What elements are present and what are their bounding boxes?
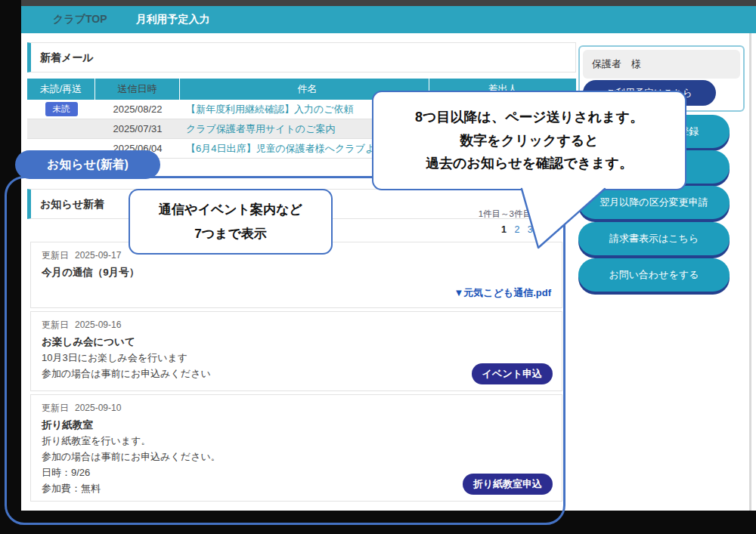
event-apply-button[interactable]: イベント申込 bbox=[472, 363, 553, 384]
page-next-arrow[interactable]: > bbox=[541, 224, 546, 235]
notice-card: 更新日2025-09-16 お楽しみ会について 10月3日にお楽しみ会を行います… bbox=[30, 311, 562, 391]
new-mail-section-title: 新着メール bbox=[27, 42, 576, 73]
notice-body-line: 参加の場合は事前にお申込みください。 bbox=[42, 450, 551, 464]
page-number-2[interactable]: 2 bbox=[514, 224, 519, 235]
annotation-callout-top: 8つ目以降は、ページ送りされます。 数字をクリックすると 過去のお知らせを確認で… bbox=[372, 91, 686, 190]
callout-line: 数字をクリックすると bbox=[460, 129, 598, 153]
pagination-links: 1 2 3 > » bbox=[378, 224, 559, 235]
pagination: 1件目～3件目(全8件) 1 2 3 > » bbox=[378, 208, 559, 235]
page-number-3[interactable]: 3 bbox=[528, 224, 533, 235]
notice-title: お楽しみ会について bbox=[42, 335, 551, 349]
callout-line: 通信やイベント案内など bbox=[159, 198, 302, 221]
updated-date: 2025-09-16 bbox=[75, 319, 121, 330]
guardian-name-label: 保護者 様 bbox=[583, 50, 740, 79]
annotation-callout-left: 通信やイベント案内など 7つまで表示 bbox=[129, 189, 333, 255]
category-change-request-button[interactable]: 翌月以降の区分変更申請 bbox=[578, 186, 730, 219]
pdf-download-link[interactable]: ▼元気こども通信.pdf bbox=[454, 286, 551, 300]
nav-monthly-schedule-link[interactable]: 月利用予定入力 bbox=[136, 13, 210, 26]
col-header-unread-resend: 未読/再送 bbox=[27, 79, 95, 100]
mail-date: 2025/08/22 bbox=[95, 103, 180, 115]
invoice-display-button[interactable]: 請求書表示はこちら bbox=[578, 222, 730, 255]
annotation-pill-label: お知らせ(新着) bbox=[15, 150, 160, 179]
window-top-strip bbox=[21, 0, 756, 6]
updated-date: 2025-09-17 bbox=[75, 250, 121, 261]
col-header-sent-date: 送信日時 bbox=[95, 79, 180, 100]
contact-button[interactable]: お問い合わせをする bbox=[578, 258, 730, 292]
updated-label: 更新日 bbox=[42, 403, 69, 413]
notice-title: 今月の通信（9月号） bbox=[42, 266, 551, 279]
top-nav: クラブTOP 月利用予定入力 bbox=[21, 6, 756, 33]
mail-date: 2025/07/31 bbox=[95, 123, 180, 134]
mail-subject-link[interactable]: クラブ保護者専用サイトのご案内 bbox=[186, 123, 335, 134]
notice-card: 更新日2025-09-10 折り紙教室 折り紙教室を行います。 参加の場合は事前… bbox=[30, 394, 562, 502]
callout-line: 7つまで表示 bbox=[194, 222, 267, 245]
nav-club-top-link[interactable]: クラブTOP bbox=[53, 13, 107, 26]
updated-label: 更新日 bbox=[42, 319, 69, 330]
notice-title: 折り紙教室 bbox=[42, 418, 551, 432]
updated-date: 2025-09-10 bbox=[75, 403, 121, 413]
notice-body-line: 折り紙教室を行います。 bbox=[42, 434, 551, 448]
mail-subject-link[interactable]: 【新年度利用継続確認】入力のご依頼 bbox=[186, 103, 354, 115]
pagination-range-text: 1件目～3件目(全8件) bbox=[378, 208, 559, 220]
unread-badge: 未読 bbox=[45, 102, 78, 116]
origami-apply-button[interactable]: 折り紙教室申込 bbox=[463, 474, 553, 495]
notice-body-line: 10月3日にお楽しみ会を行います bbox=[42, 351, 551, 365]
updated-label: 更新日 bbox=[42, 250, 69, 261]
scrollbar[interactable] bbox=[749, 6, 751, 511]
page-last-arrow[interactable]: » bbox=[554, 224, 559, 235]
callout-line: 8つ目以降は、ページ送りされます。 bbox=[415, 106, 643, 129]
page-number-1[interactable]: 1 bbox=[501, 224, 507, 235]
callout-line: 過去のお知らせを確認できます。 bbox=[426, 152, 633, 175]
